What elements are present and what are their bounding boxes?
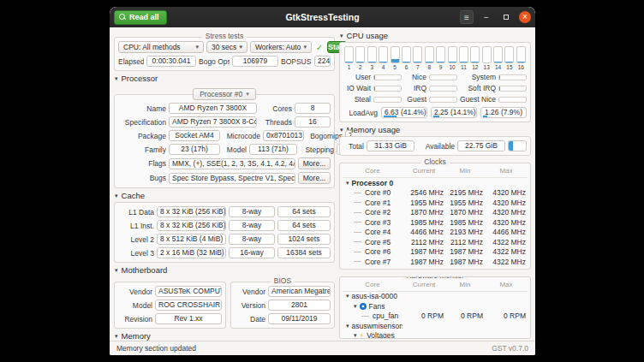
cpu-core-meter-fill [494,62,502,62]
mobo-model-field[interactable]: ROG CROSSHAIR VII HERO [155,300,222,311]
level3-size-field[interactable]: 2 x 16 MiB (32 MiB) [157,247,226,258]
tree-branch [354,252,361,252]
clock-row-core6[interactable]: Core #6 1987 MHz1987 MHz4322 MHz [343,247,528,258]
level3-ways-field[interactable]: 16-way [229,247,275,258]
irq-bar [429,86,457,92]
cpu-usage-section-toggle[interactable]: ▾ CPU usage [340,31,531,40]
memory-section-toggle[interactable]: ▾ Memory [115,331,335,341]
stress-tests-frame: Stress tests CPU: All methods▾ 30 secs▾ … [114,37,335,71]
total-memory-field[interactable]: 31.33 GiB [367,140,414,151]
loadavg-15min-field[interactable]: 1.26 (7.9%) [480,107,527,118]
loadavg-1min-field[interactable]: 6.63 (41.4%) [381,107,427,118]
memory-usage-section-toggle[interactable]: ▾ Memory usage [340,125,531,134]
hw-group-voltages[interactable]: ▾⚡Voltages [343,331,528,340]
hw-row-cpu-fan[interactable]: cpu_fan 0 RPM0 RPM0 RPM [343,312,528,322]
current-column-header[interactable]: Current [402,281,445,288]
bios-vendor-field[interactable]: American Megatrends Inc. [268,286,331,297]
min-column-header[interactable]: Min [445,281,485,288]
flags-more-button[interactable]: More... [298,157,331,169]
l1-data-sets-field[interactable]: 64 sets [277,206,331,217]
clock-row-core4[interactable]: Core #4 4466 MHz2193 MHz4466 MHz [343,228,528,238]
titlebar[interactable]: GtkStressTesting Read all ≡ − × [110,7,535,27]
cpu-core-number: 6 [405,64,408,70]
family-field[interactable]: 23 (17h) [169,144,220,155]
tree-branch [354,193,361,193]
core-column-header[interactable]: Core [343,167,402,175]
level2-ways-field[interactable]: 8-way [229,234,275,245]
max-column-header[interactable]: Max [485,281,528,288]
core-column-header[interactable]: Core [343,281,402,288]
maximize-button[interactable] [499,10,513,24]
clock-row-core7[interactable]: Core #7 1987 MHz1987 MHz4322 MHz [343,257,528,267]
clocks-group-row[interactable]: ▾Processor 0 [343,178,528,188]
menu-button[interactable]: ≡ [460,10,474,24]
mobo-vendor-field[interactable]: ASUSTeK COMPUTER INC. [155,286,222,297]
clock-row-core2[interactable]: Core #2 1870 MHz1870 MHz4320 MHz [343,208,528,218]
read-all-label: Read all [129,13,159,21]
close-button[interactable]: × [519,11,531,23]
ready-check-icon: ✓ [314,42,325,53]
processor-section-toggle[interactable]: ▾ Processor [115,74,335,83]
cpu-core-number: 9 [439,64,443,70]
cpu-name-field[interactable]: AMD Ryzen 7 3800X [169,103,257,114]
hw-group-fans[interactable]: ▾Fans [343,301,528,312]
clock-row-core0[interactable]: Core #0 2546 MHz2195 MHz4320 MHz [343,188,528,199]
hardware-monitor-frame-label: Hardware Monitor [402,276,468,280]
l1-inst-ways-field[interactable]: 8-way [229,220,275,231]
hw-group-asus-isa[interactable]: ▾asus-isa-0000 [343,292,528,302]
close-icon: × [522,12,528,21]
cpu-core-meter-trough [516,46,526,63]
bugs-more-button[interactable]: More... [298,172,331,184]
l1-inst-sets-field[interactable]: 64 sets [277,220,331,231]
minimize-button[interactable]: − [480,10,493,24]
elapsed-label: Elapsed [118,57,144,66]
expander-arrow-icon: ▾ [346,180,349,187]
stress-workers-dropdown[interactable]: Workers: Auto▾ [250,41,312,53]
level2-sets-field[interactable]: 1024 sets [277,234,331,245]
l1-data-ways-field[interactable]: 8-way [229,206,275,217]
cache-section-toggle[interactable]: ▾ Cache [115,191,335,200]
expander-arrow-icon: ▾ [346,293,349,300]
motherboard-section-toggle[interactable]: ▾ Motherboard [115,265,335,275]
available-memory-field[interactable]: 22.75 GiB [457,140,505,151]
level3-sets-field[interactable]: 16384 sets [277,247,331,258]
level2-size-field[interactable]: 8 x 512 KiB (4 MiB) [157,234,226,245]
bios-date-field[interactable]: 09/11/2019 [268,313,331,324]
hw-group-asuswmi[interactable]: ▾asuswmisensors-isa-0000 [343,321,528,331]
package-field[interactable]: Socket AM4 [169,130,220,141]
cpu-core-meter-fill [414,62,421,62]
restore-icon [504,15,509,20]
loadavg-5min-field[interactable]: 2.25 (14.1%) [431,107,477,118]
model-field[interactable]: 113 (71h) [249,144,297,155]
processor-selector-dropdown[interactable]: Processor #0▾ [193,88,256,100]
current-column-header[interactable]: Current [402,167,445,175]
threads-field[interactable]: 16 [295,116,331,128]
bops-field[interactable]: 224.73 [314,56,331,67]
tree-branch [354,212,361,213]
max-column-header[interactable]: Max [485,167,528,175]
cpu-core-number: 14 [495,64,501,70]
mobo-revision-label: Revision [118,315,152,323]
stress-duration-dropdown[interactable]: 30 secs▾ [206,41,247,53]
elapsed-field[interactable]: 0:00:30.041 [146,56,196,67]
cores-field[interactable]: 8 [295,103,331,114]
cpu-core-number: 10 [449,64,455,70]
flags-field[interactable]: MMX, (+), SSE(1, 2, 3, 3S, 4.1, 4.2, 4A)… [169,158,295,169]
cpu-core-meter-trough [355,46,365,63]
min-column-header[interactable]: Min [445,167,485,175]
stress-method-dropdown[interactable]: CPU: All methods▾ [118,41,204,53]
l1-inst-size-field[interactable]: 8 x 32 KiB (256 KiB) [157,220,226,231]
l1-data-size-field[interactable]: 8 x 32 KiB (256 KiB) [157,206,226,217]
microcode-field[interactable]: 0x8701013 [263,130,304,141]
clock-row-core5[interactable]: Core #5 2112 MHz2112 MHz4322 MHz [343,237,528,247]
read-all-button[interactable]: Read all [114,10,167,25]
clock-row-core1[interactable]: Core #1 1955 MHz1955 MHz4320 MHz [343,198,528,208]
bogo-ops-field[interactable]: 106979 [232,56,278,67]
bugs-field[interactable]: Spec Store Bypass, Spectre V1, Spectre V… [169,173,295,184]
specification-field[interactable]: AMD Ryzen 7 3800X 8-Core Processor [169,116,257,128]
cpu-core-meter-fill [379,62,387,62]
bios-version-field[interactable]: 2801 [268,300,331,311]
mobo-revision-field[interactable]: Rev 1.xx [155,313,222,324]
left-column: Stress tests CPU: All methods▾ 30 secs▾ … [114,31,335,339]
clock-row-core3[interactable]: Core #3 1985 MHz1985 MHz4320 MHz [343,217,528,228]
